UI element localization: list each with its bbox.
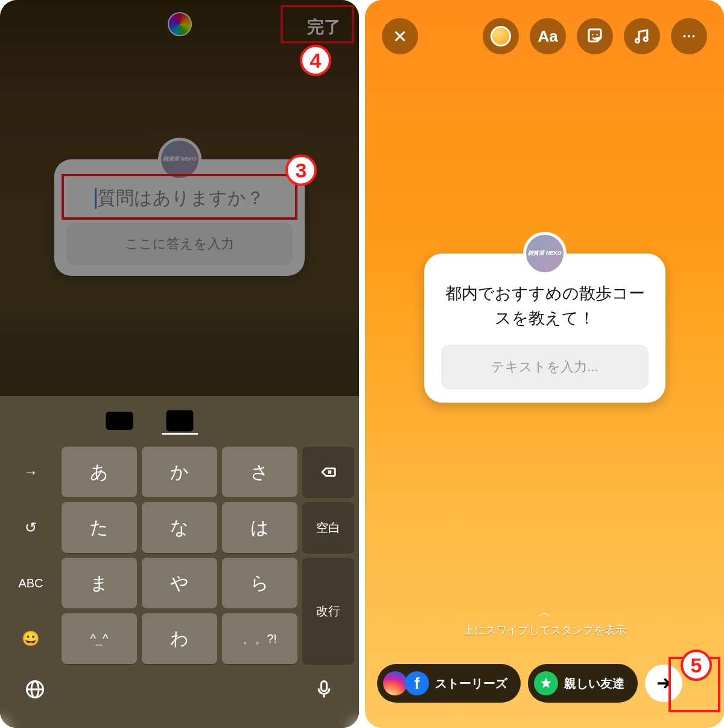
share-close-friends-label: 親しい友達 (564, 675, 624, 692)
svg-rect-2 (166, 410, 193, 431)
share-stories-label: ストーリーズ (435, 675, 507, 692)
share-stories-button[interactable]: f ストーリーズ (377, 664, 521, 703)
instagram-icon (383, 671, 407, 695)
svg-point-18 (597, 34, 599, 36)
kana-key[interactable]: は (222, 502, 297, 553)
annotation-marker-3: 3 (285, 155, 317, 186)
more-button[interactable] (671, 18, 707, 54)
chevron-up-icon: ︿ (365, 604, 724, 621)
key-undo[interactable]: ↺ (5, 502, 57, 553)
question-sticker-card[interactable]: 雑貨屋 NEKO 都内でおすすめの散歩コースを教えて！ テキストを入力... (424, 254, 665, 403)
svg-point-22 (688, 35, 690, 37)
kana-key[interactable]: 、。?! (222, 613, 297, 664)
kana-key[interactable]: ま (62, 558, 137, 608)
question-text: 都内でおすすめの散歩コースを教えて！ (441, 281, 649, 345)
key-arrow-right[interactable]: → (5, 447, 57, 497)
gradient-circle-icon (491, 26, 511, 46)
facebook-icon: f (405, 671, 429, 695)
svg-point-21 (684, 35, 686, 37)
story-editor-question-input: 完了 4 雑貨屋 NEKO 質問はありますか？ ここに答えを入力 3 → あ (0, 0, 359, 728)
svg-point-19 (635, 39, 639, 42)
key-space[interactable]: 空白 (302, 502, 354, 553)
kana-key[interactable]: な (142, 502, 217, 553)
color-tool-button[interactable] (483, 18, 519, 54)
svg-point-20 (644, 37, 647, 41)
answer-placeholder-box: テキストを入力... (441, 345, 649, 389)
music-tool-button[interactable] (624, 18, 660, 54)
kana-key[interactable]: あ (62, 447, 137, 497)
keyboard-tab-item[interactable] (101, 408, 138, 435)
key-emoji[interactable]: 😀 (5, 613, 57, 664)
swipe-hint-label: 上にスワイプしてスタンプを表示 (365, 623, 724, 637)
kana-key[interactable]: ら (222, 558, 297, 608)
annotation-highlight-prompt (62, 174, 297, 220)
key-return[interactable]: 改行 (302, 558, 354, 664)
svg-point-17 (592, 34, 594, 36)
globe-icon[interactable] (24, 679, 46, 703)
svg-point-23 (693, 35, 695, 37)
annotation-marker-5: 5 (681, 650, 712, 681)
close-button[interactable] (382, 18, 418, 54)
kana-key[interactable]: さ (222, 447, 297, 497)
kana-key[interactable]: ^_^ (62, 613, 137, 664)
kana-key[interactable]: や (142, 558, 217, 608)
swipe-up-hint[interactable]: ︿ 上にスワイプしてスタンプを表示 (365, 604, 724, 637)
annotation-highlight-done (281, 5, 354, 43)
avatar-icon: 雑貨屋 NEKO (523, 232, 567, 275)
key-abc[interactable]: ABC (5, 558, 57, 608)
color-wheel-icon[interactable] (168, 12, 192, 36)
answer-placeholder-box: ここに答えを入力 (66, 223, 293, 265)
kana-key[interactable]: た (62, 502, 137, 553)
keyboard-tab-item[interactable] (222, 408, 258, 435)
share-bar: f ストーリーズ 親しい友達 (377, 664, 712, 703)
story-editor-preview: Aa 雑貨屋 NEKO 都内でおすすめの散歩コースを教えて！ テキストを入力..… (365, 0, 724, 728)
kana-key[interactable]: わ (142, 613, 217, 664)
sticker-tool-button[interactable] (577, 18, 613, 54)
share-close-friends-button[interactable]: 親しい友達 (528, 664, 638, 703)
japanese-kana-keyboard: → あ か さ ↺ た な は 空白 ABC ま や ら 改行 😀 ^_^ わ … (0, 396, 359, 728)
text-tool-button[interactable]: Aa (530, 18, 566, 54)
question-sticker-card[interactable]: 雑貨屋 NEKO 質問はありますか？ ここに答えを入力 (54, 159, 305, 276)
svg-rect-0 (106, 412, 133, 430)
kana-key[interactable]: か (142, 447, 217, 497)
mic-icon[interactable] (313, 679, 335, 703)
keyboard-tab-item[interactable] (162, 408, 198, 435)
editor-toolbar: Aa (365, 18, 724, 54)
svg-rect-13 (322, 682, 327, 692)
star-icon (534, 671, 558, 695)
key-backspace[interactable] (302, 447, 354, 497)
annotation-marker-4: 4 (300, 45, 331, 76)
